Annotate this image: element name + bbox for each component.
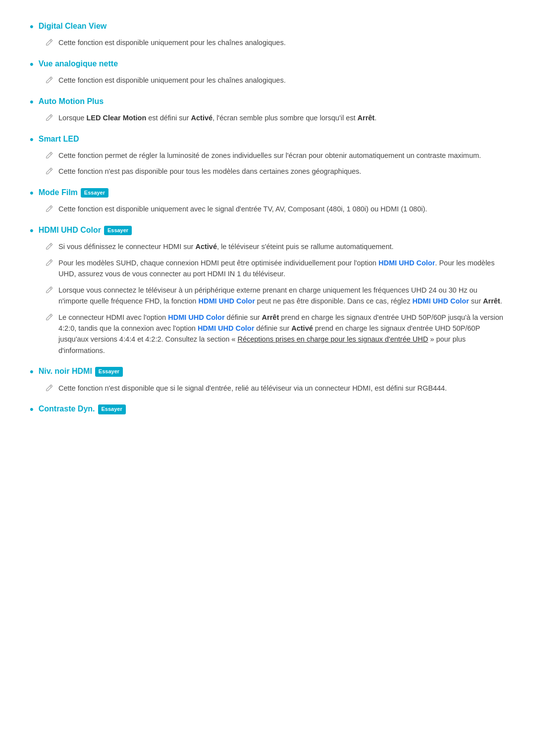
pencil-icon <box>45 167 54 176</box>
note-text: Si vous définissez le connecteur HDMI su… <box>58 241 394 252</box>
item-title-hdmi-uhd-color: HDMI UHD ColorEssayer <box>39 224 132 237</box>
notes-list-hdmi-uhd-color: Si vous définissez le connecteur HDMI su… <box>45 241 505 356</box>
note-text: Cette fonction est disponible uniquement… <box>58 37 286 48</box>
essayer-badge: Essayer <box>81 188 108 198</box>
note-item: Lorsque vous connectez le téléviseur à u… <box>45 285 505 307</box>
note-item: Le connecteur HDMI avec l'option HDMI UH… <box>45 312 505 356</box>
list-item-auto-motion-plus: •Auto Motion Plus Lorsque LED Clear Moti… <box>30 95 505 124</box>
item-title-smart-led: Smart LED <box>39 133 79 146</box>
notes-list-auto-motion-plus: Lorsque LED Clear Motion est défini sur … <box>45 112 505 123</box>
notes-list-mode-film: Cette fonction est disponible uniquement… <box>45 203 505 214</box>
bullet-dot: • <box>30 96 34 108</box>
list-item-vue-analogique-nette: •Vue analogique nette Cette fonction est… <box>30 57 505 86</box>
list-item-smart-led: •Smart LED Cette fonction permet de régl… <box>30 133 505 177</box>
bullet-dot: • <box>30 187 34 200</box>
pencil-icon <box>45 76 54 85</box>
main-list: •Digital Clean View Cette fonction est d… <box>30 20 505 416</box>
item-title-auto-motion-plus: Auto Motion Plus <box>39 95 104 108</box>
note-text: Cette fonction est disponible uniquement… <box>58 75 286 86</box>
note-item: Cette fonction est disponible uniquement… <box>45 203 505 214</box>
notes-list-smart-led: Cette fonction permet de régler la lumin… <box>45 150 505 177</box>
pencil-icon <box>45 204 54 213</box>
notes-list-vue-analogique-nette: Cette fonction est disponible uniquement… <box>45 75 505 86</box>
notes-list-digital-clean-view: Cette fonction est disponible uniquement… <box>45 37 505 48</box>
bullet-dot: • <box>30 58 34 71</box>
bullet-dot: • <box>30 224 34 237</box>
note-text: Cette fonction est disponible uniquement… <box>58 203 427 214</box>
note-text: Cette fonction permet de régler la lumin… <box>58 150 481 161</box>
essayer-badge: Essayer <box>95 367 123 377</box>
essayer-badge: Essayer <box>98 404 126 414</box>
bullet-dot: • <box>30 133 34 146</box>
note-text: Lorsque vous connectez le téléviseur à u… <box>58 285 505 307</box>
item-title-contraste-dyn: Contraste Dyn.Essayer <box>39 403 126 415</box>
list-item-contraste-dyn: •Contraste Dyn.Essayer <box>30 403 505 416</box>
item-title-vue-analogique-nette: Vue analogique nette <box>39 57 118 70</box>
item-title-mode-film: Mode FilmEssayer <box>39 186 108 199</box>
pencil-icon <box>45 151 54 160</box>
bullet-dot: • <box>30 20 34 33</box>
note-item: Si vous définissez le connecteur HDMI su… <box>45 241 505 252</box>
note-item: Pour les modèles SUHD, chaque connexion … <box>45 257 505 280</box>
notes-list-niv-noir-hdmi: Cette fonction n'est disponible que si l… <box>45 383 505 394</box>
note-item: Cette fonction est disponible uniquement… <box>45 75 505 86</box>
note-item: Cette fonction est disponible uniquement… <box>45 37 505 48</box>
item-title-digital-clean-view: Digital Clean View <box>39 20 107 33</box>
list-item-digital-clean-view: •Digital Clean View Cette fonction est d… <box>30 20 505 49</box>
note-item: Cette fonction n'est disponible que si l… <box>45 383 505 394</box>
note-text: Cette fonction n'est pas disponible pour… <box>58 166 361 177</box>
essayer-badge: Essayer <box>104 226 132 236</box>
note-text: Lorsque LED Clear Motion est défini sur … <box>58 112 376 123</box>
pencil-icon <box>45 113 54 122</box>
pencil-icon <box>45 313 54 322</box>
list-item-mode-film: •Mode FilmEssayer Cette fonction est dis… <box>30 186 505 215</box>
pencil-icon <box>45 384 54 393</box>
item-title-niv-noir-hdmi: Niv. noir HDMIEssayer <box>39 365 123 378</box>
note-text: Cette fonction n'est disponible que si l… <box>58 383 447 394</box>
note-text: Pour les modèles SUHD, chaque connexion … <box>58 257 505 280</box>
note-item: Cette fonction permet de régler la lumin… <box>45 150 505 161</box>
pencil-icon <box>45 258 54 267</box>
pencil-icon <box>45 286 54 295</box>
note-text: Le connecteur HDMI avec l'option HDMI UH… <box>58 312 505 356</box>
note-item: Cette fonction n'est pas disponible pour… <box>45 166 505 177</box>
pencil-icon <box>45 38 54 47</box>
list-item-niv-noir-hdmi: •Niv. noir HDMIEssayer Cette fonction n'… <box>30 365 505 394</box>
bullet-dot: • <box>30 403 34 416</box>
bullet-dot: • <box>30 365 34 378</box>
list-item-hdmi-uhd-color: •HDMI UHD ColorEssayer Si vous définisse… <box>30 224 505 356</box>
note-item: Lorsque LED Clear Motion est défini sur … <box>45 112 505 123</box>
pencil-icon <box>45 242 54 251</box>
